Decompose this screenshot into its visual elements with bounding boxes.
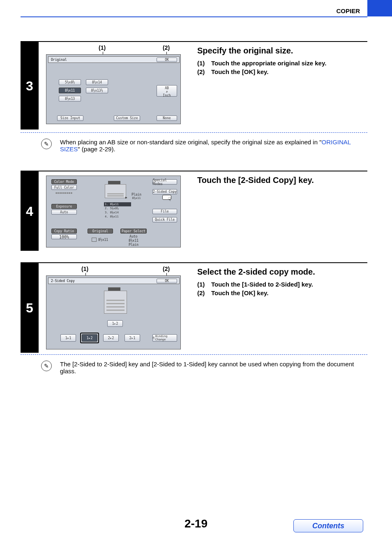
binding-label: Binding Change bbox=[155, 335, 177, 341]
ratio[interactable]: 100% bbox=[51, 234, 77, 239]
cursor-finger-icon: ☟ bbox=[168, 197, 171, 202]
color-dots: ●●●●●●●●● bbox=[51, 191, 77, 194]
size-1[interactable]: 5½x8½ bbox=[59, 79, 81, 85]
ok-button[interactable]: OK bbox=[157, 58, 177, 62]
callout-2-label: (2) bbox=[163, 44, 170, 51]
step5-title: Select the 2-sided copy mode. bbox=[197, 267, 367, 277]
ps-type: Plain bbox=[120, 243, 147, 247]
original-size: 8½x11 bbox=[98, 238, 115, 242]
size-5[interactable]: 8½x13 bbox=[59, 96, 81, 102]
size-3[interactable]: 8½x11 bbox=[59, 88, 81, 93]
full-color[interactable]: Full Color bbox=[51, 185, 77, 190]
center-mode: 1▸2 bbox=[107, 320, 123, 327]
plain-size: 8½x11 bbox=[129, 197, 143, 200]
paper-select[interactable]: Paper Select bbox=[120, 229, 147, 234]
custom-size[interactable]: Custom Size bbox=[114, 116, 140, 121]
mode-2-1[interactable]: 2▸1 bbox=[125, 334, 140, 342]
instr-5-1: Touch the [1-Sided to 2-Sided] key. bbox=[211, 281, 313, 288]
step3-note: ✎ When placing an AB size or non-standar… bbox=[21, 132, 367, 153]
step-5: 5 (1) (2) 2-Sided Copy OK 1▸2 1▸1 1▸2 2▸… bbox=[21, 262, 367, 353]
step3-instructions: Specify the original size. (1) Touch the… bbox=[197, 46, 367, 77]
step3-title: Specify the original size. bbox=[197, 46, 367, 56]
step5-screen: 2-Sided Copy OK 1▸2 1▸1 1▸2 2▸2 2▸1 ⎘ Bi… bbox=[46, 275, 181, 349]
callout-1-label: (1) bbox=[99, 44, 106, 51]
mode-2-2[interactable]: 2▸2 bbox=[103, 334, 119, 342]
quick-file-btn[interactable]: Quick File bbox=[152, 217, 177, 222]
ab-button[interactable]: AB ⇵ Inch bbox=[157, 85, 177, 97]
step-3: 3 (1) (2) Original OK 5½x8½ 8½x14 8½x11 … bbox=[21, 41, 367, 130]
side-tab bbox=[367, 0, 392, 16]
mode-1-2-highlight bbox=[80, 333, 99, 343]
size-input[interactable]: Size Input bbox=[57, 116, 83, 121]
step3-screen: Original OK 5½x8½ 8½x14 8½x11 8½x13½ 8½x… bbox=[46, 54, 181, 124]
ok-5[interactable]: OK bbox=[157, 279, 177, 283]
ab-label: AB bbox=[157, 86, 177, 90]
instr-3-2-num: (2) bbox=[197, 68, 206, 75]
header-title: COPIER bbox=[336, 7, 360, 14]
two-sided-copy[interactable]: 2-Sided Copy bbox=[152, 189, 177, 194]
step5-instructions: Select the 2-sided copy mode. (1) Touch … bbox=[197, 267, 367, 298]
printer-icon bbox=[105, 181, 126, 200]
tray-1: 1. 8½x11 bbox=[104, 202, 131, 206]
ps-auto: Auto bbox=[120, 234, 147, 238]
tray-4: 4. 8½x11 bbox=[104, 215, 131, 219]
mode-1-1[interactable]: 1▸1 bbox=[60, 334, 76, 342]
note-icon: ✎ bbox=[41, 139, 52, 149]
step4-screen: Color Mode Full Color ●●●●●●●●● Exposure… bbox=[46, 176, 181, 247]
step-4-number: 4 bbox=[21, 204, 39, 219]
tray-2: 2. 5½x8½ bbox=[104, 206, 131, 210]
auto-exposure[interactable]: Auto bbox=[51, 210, 77, 215]
note-text-5: The [2-Sided to 2-Sided] key and [2-Side… bbox=[60, 361, 367, 375]
step-4: 4 Color Mode Full Color ●●●●●●●●● Exposu… bbox=[21, 171, 367, 251]
note-text: When placing an AB size or non-standard … bbox=[60, 139, 367, 153]
step4-title: Touch the [2-Sided Copy] key. bbox=[197, 176, 367, 185]
original-size-icon bbox=[92, 238, 97, 242]
binding-icon: ⎘ bbox=[153, 336, 154, 340]
printer-icon-5 bbox=[104, 287, 127, 315]
callout-5-1-label: (1) bbox=[81, 266, 88, 272]
callout-5-2-label: (2) bbox=[163, 266, 170, 272]
size-4[interactable]: 8½x13½ bbox=[86, 88, 108, 93]
step4-instructions: Touch the [2-Sided Copy] key. bbox=[197, 176, 367, 189]
step5-note: ✎ The [2-Sided to 2-Sided] key and [2-Si… bbox=[21, 354, 367, 375]
inch-label: Inch bbox=[157, 94, 177, 97]
contents-button[interactable]: Contents bbox=[293, 519, 363, 532]
file-btn[interactable]: File bbox=[152, 209, 177, 214]
copy-ratio[interactable]: Copy Ratio bbox=[51, 229, 77, 234]
size-2[interactable]: 8½x14 bbox=[86, 79, 108, 85]
instr-3-1: Touch the appropriate original size key. bbox=[211, 60, 326, 67]
plain-label: Plain bbox=[129, 192, 143, 197]
none-button[interactable]: None bbox=[157, 116, 177, 121]
special-modes[interactable]: Special Modes bbox=[152, 179, 177, 185]
tray-3: 3. 8½x14 bbox=[104, 210, 131, 215]
instr-3-1-num: (1) bbox=[197, 60, 206, 67]
arrow-icon: ▶ bbox=[125, 196, 127, 199]
swap-icon: ⇵ bbox=[157, 90, 177, 94]
color-mode[interactable]: Color Mode bbox=[51, 179, 77, 184]
instr-5-1-num: (1) bbox=[197, 281, 206, 288]
exposure[interactable]: Exposure bbox=[51, 204, 77, 209]
instr-3-2: Touch the [OK] key. bbox=[211, 68, 268, 75]
step-3-number: 3 bbox=[21, 78, 39, 93]
ps-size: 8½x11 bbox=[120, 238, 147, 243]
step-5-number: 5 bbox=[21, 301, 39, 316]
instr-5-2: Touch the [OK] key. bbox=[211, 289, 268, 296]
binding-change[interactable]: ⎘ Binding Change bbox=[152, 334, 177, 342]
tray-list: 1. 8½x11 2. 5½x8½ 3. 8½x14 4. 8½x11 bbox=[104, 202, 131, 219]
instr-5-2-num: (2) bbox=[197, 289, 206, 296]
header-rule bbox=[21, 16, 367, 17]
note-icon-5: ✎ bbox=[41, 361, 52, 371]
original-btn[interactable]: Original bbox=[88, 229, 113, 234]
